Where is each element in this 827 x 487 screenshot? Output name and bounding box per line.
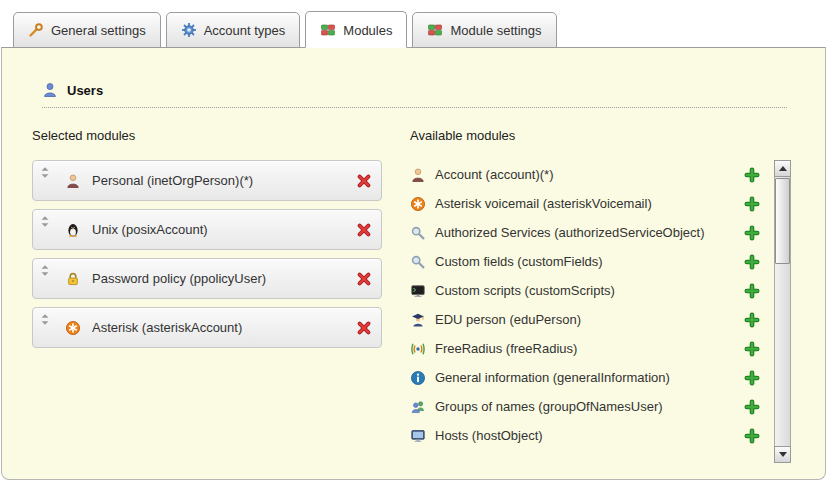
tab-label: Account types — [204, 23, 286, 38]
available-module-label: Groups of names (groupOfNamesUser) — [435, 399, 736, 414]
add-module-button[interactable] — [744, 428, 760, 444]
available-module-row: Hosts (hostObject) — [410, 421, 760, 450]
add-module-button[interactable] — [744, 254, 760, 270]
available-module-row: Custom fields (customFields) — [410, 247, 760, 276]
add-module-button[interactable] — [744, 167, 760, 183]
tab-general-settings[interactable]: General settings — [13, 12, 161, 48]
available-module-label: Custom scripts (customScripts) — [435, 283, 736, 298]
gear-icon — [181, 22, 197, 38]
selected-modules-list: Personal (inetOrgPerson)(*)Unix (posixAc… — [32, 160, 382, 348]
selected-module-label: Unix (posixAccount) — [92, 222, 356, 237]
user-icon — [42, 82, 58, 98]
scroll-up-button[interactable] — [774, 160, 791, 177]
add-module-button[interactable] — [744, 312, 760, 328]
modules-columns: Selected modules Personal (inetOrgPerson… — [32, 128, 791, 463]
available-module-label: General information (generalInformation) — [435, 370, 736, 385]
drag-handle-icon[interactable] — [40, 215, 50, 228]
available-module-label: EDU person (eduPerson) — [435, 312, 736, 327]
selected-module-row: Personal (inetOrgPerson)(*) — [32, 160, 382, 201]
available-module-label: Hosts (hostObject) — [435, 428, 736, 443]
available-module-row: General information (generalInformation) — [410, 363, 760, 392]
remove-module-button[interactable] — [356, 222, 372, 238]
penguin-icon — [65, 222, 81, 238]
available-module-label: Account (account)(*) — [435, 167, 736, 182]
drag-handle-icon[interactable] — [40, 313, 50, 326]
content-panel: Users Selected modules Personal (inetOrg… — [1, 47, 826, 480]
remove-module-button[interactable] — [356, 271, 372, 287]
available-module-row: Groups of names (groupOfNamesUser) — [410, 392, 760, 421]
remove-module-button[interactable] — [356, 173, 372, 189]
tab-label: Modules — [343, 23, 392, 38]
selected-module-label: Personal (inetOrgPerson)(*) — [92, 173, 356, 188]
selected-modules-heading: Selected modules — [32, 128, 382, 143]
selected-module-label: Asterisk (asteriskAccount) — [92, 320, 356, 335]
person-icon — [410, 167, 426, 183]
terminal-icon — [410, 283, 426, 299]
available-modules-heading: Available modules — [410, 128, 791, 143]
selected-module-label: Password policy (ppolicyUser) — [92, 271, 356, 286]
available-module-label: Custom fields (customFields) — [435, 254, 736, 269]
tools-icon — [28, 22, 44, 38]
person-icon — [65, 173, 81, 189]
available-module-row: Asterisk voicemail (asteriskVoicemail) — [410, 189, 760, 218]
scrollbar-track[interactable] — [774, 177, 791, 446]
magnifier-icon — [410, 254, 426, 270]
available-module-row: FreeRadius (freeRadius) — [410, 334, 760, 363]
available-module-label: Authorized Services (authorizedServiceOb… — [435, 225, 736, 240]
available-module-row: Account (account)(*) — [410, 160, 760, 189]
modules-icon — [320, 22, 336, 38]
tab-label: Module settings — [450, 23, 541, 38]
computer-icon — [410, 428, 426, 444]
tab-label: General settings — [51, 23, 146, 38]
scroll-down-button[interactable] — [774, 446, 791, 463]
tab-bar: General settings Account types Modules M… — [0, 0, 827, 48]
add-module-button[interactable] — [744, 283, 760, 299]
available-module-row: EDU person (eduPerson) — [410, 305, 760, 334]
remove-module-button[interactable] — [356, 320, 372, 336]
drag-handle-icon[interactable] — [40, 166, 50, 179]
asterisk-icon — [410, 196, 426, 212]
arrow-up-icon — [779, 166, 787, 171]
add-module-button[interactable] — [744, 341, 760, 357]
add-module-button[interactable] — [744, 370, 760, 386]
add-module-button[interactable] — [744, 225, 760, 241]
available-module-row: Authorized Services (authorizedServiceOb… — [410, 218, 760, 247]
selected-module-row: Password policy (ppolicyUser) — [32, 258, 382, 299]
available-module-row: Custom scripts (customScripts) — [410, 276, 760, 305]
available-modules-scrollbar[interactable] — [774, 160, 791, 463]
selected-module-row: Unix (posixAccount) — [32, 209, 382, 250]
scrollbar-thumb[interactable] — [775, 178, 790, 264]
add-module-button[interactable] — [744, 399, 760, 415]
info-icon — [410, 370, 426, 386]
group-icon — [410, 399, 426, 415]
tab-account-types[interactable]: Account types — [166, 12, 301, 48]
graduate-icon — [410, 312, 426, 328]
selected-modules-column: Selected modules Personal (inetOrgPerson… — [32, 128, 382, 463]
tab-modules[interactable]: Modules — [305, 11, 407, 48]
users-section-heading: Users — [42, 82, 787, 108]
available-module-label: Asterisk voicemail (asteriskVoicemail) — [435, 196, 736, 211]
selected-module-row: Asterisk (asteriskAccount) — [32, 307, 382, 348]
arrow-down-icon — [779, 452, 787, 457]
modules-icon — [427, 22, 443, 38]
tab-module-settings[interactable]: Module settings — [412, 12, 556, 48]
available-modules-list: Account (account)(*)Asterisk voicemail (… — [410, 160, 760, 450]
available-modules-column: Available modules Account (account)(*)As… — [410, 128, 791, 463]
asterisk-icon — [65, 320, 81, 336]
available-modules-area: Account (account)(*)Asterisk voicemail (… — [410, 160, 791, 463]
available-module-label: FreeRadius (freeRadius) — [435, 341, 736, 356]
add-module-button[interactable] — [744, 196, 760, 212]
magnifier-icon — [410, 225, 426, 241]
antenna-icon — [410, 341, 426, 357]
drag-handle-icon[interactable] — [40, 264, 50, 277]
section-title: Users — [67, 83, 103, 98]
lock-icon — [65, 271, 81, 287]
